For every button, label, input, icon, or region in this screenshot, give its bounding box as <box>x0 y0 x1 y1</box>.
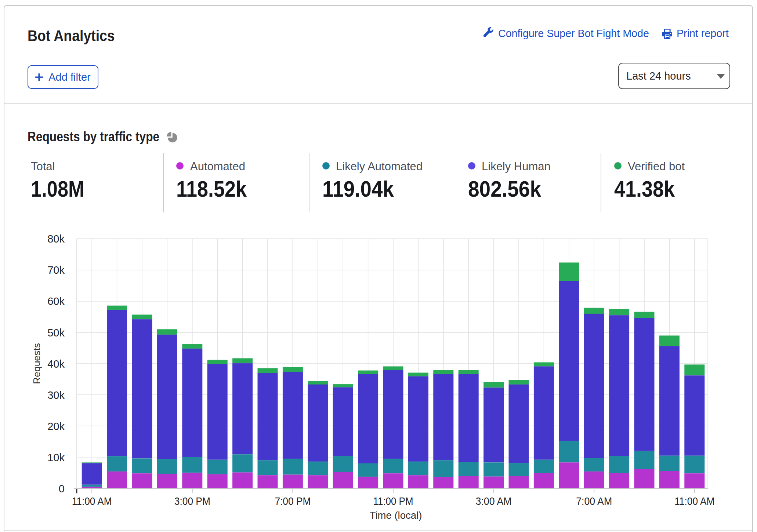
svg-text:60k: 60k <box>47 295 65 307</box>
svg-text:50k: 50k <box>47 327 65 339</box>
svg-text:3:00 PM: 3:00 PM <box>174 495 210 507</box>
svg-text:80k: 80k <box>47 233 65 245</box>
svg-text:0: 0 <box>59 483 65 495</box>
svg-text:7:00 AM: 7:00 AM <box>576 495 612 507</box>
svg-text:70k: 70k <box>47 264 65 276</box>
svg-text:11:00 AM: 11:00 AM <box>72 495 112 507</box>
svg-text:30k: 30k <box>47 389 65 401</box>
svg-text:3:00 AM: 3:00 AM <box>476 495 512 507</box>
svg-text:10k: 10k <box>47 452 65 463</box>
svg-text:Requests: Requests <box>31 343 42 384</box>
svg-text:11:00 AM: 11:00 AM <box>674 495 714 507</box>
svg-text:40k: 40k <box>47 358 65 370</box>
svg-text:7:00 PM: 7:00 PM <box>275 495 311 507</box>
svg-text:20k: 20k <box>47 420 65 432</box>
svg-text:11:00 PM: 11:00 PM <box>373 495 413 507</box>
svg-text:Time (local): Time (local) <box>370 510 422 521</box>
